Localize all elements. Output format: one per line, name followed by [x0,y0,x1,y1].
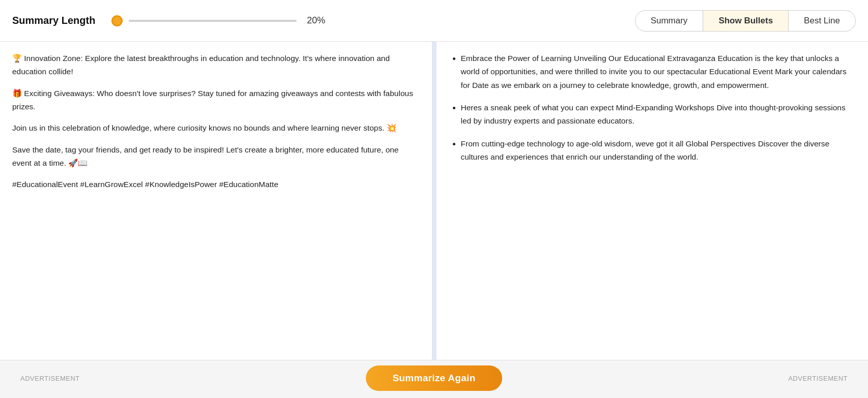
left-text-5: #EducationalEvent #LearnGrowExcel #Knowl… [12,178,420,191]
bullet-item-3: From cutting-edge technology to age-old … [461,137,856,164]
ad-label-left: ADVERTISEMENT [20,375,80,382]
bottom-bar: ADVERTISEMENT Summarize Again ADVERTISEM… [0,360,868,398]
center-divider [432,42,437,398]
left-text-area[interactable]: 🏆 Innovation Zone: Explore the latest br… [0,42,432,367]
main-content: 🏆 Innovation Zone: Explore the latest br… [0,42,868,398]
slider-track[interactable] [129,20,297,22]
slider-container: 20% [111,15,325,26]
left-text-4: Save the date, tag your friends, and get… [12,143,420,170]
top-bar: Summary Length 20% Summary Show Bullets … [0,0,868,42]
slider-fill [129,20,162,22]
left-panel: 🏆 Innovation Zone: Explore the latest br… [0,42,432,398]
slider-percent: 20% [307,15,325,26]
ad-label-right: ADVERTISEMENT [788,375,848,382]
left-text-3: Join us in this celebration of knowledge… [12,121,420,135]
summary-length-label: Summary Length [12,15,95,26]
left-text-2: 🎁 Exciting Giveaways: Who doesn't love s… [12,87,420,114]
bullet-item-2: Heres a sneak peek of what you can expec… [461,101,856,128]
summarize-again-button[interactable]: Summarize Again [366,365,502,391]
right-text-area[interactable]: Embrace the Power of Learning Unveiling … [437,42,869,370]
bullet-item-1: Embrace the Power of Learning Unveiling … [461,52,856,92]
slider-thumb[interactable] [111,15,123,26]
right-panel: Embrace the Power of Learning Unveiling … [437,42,869,398]
bullet-list: Embrace the Power of Learning Unveiling … [449,52,856,164]
view-tabs: Summary Show Bullets Best Line [635,10,856,32]
left-text-1: 🏆 Innovation Zone: Explore the latest br… [12,52,420,79]
tab-best-line[interactable]: Best Line [789,10,856,32]
tab-show-bullets[interactable]: Show Bullets [703,10,789,32]
tab-summary[interactable]: Summary [635,10,703,32]
